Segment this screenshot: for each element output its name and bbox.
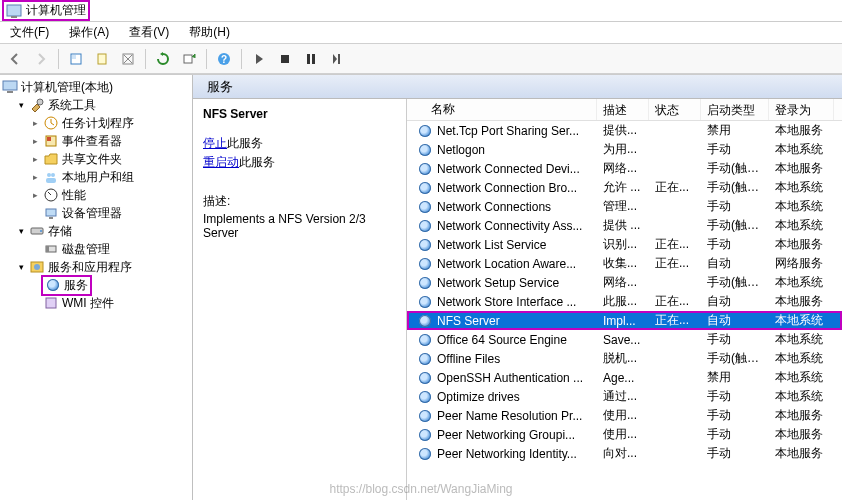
menu-view[interactable]: 查看(V) bbox=[123, 22, 175, 43]
service-row[interactable]: Offline Files脱机...手动(触发...本地系统 bbox=[407, 349, 842, 368]
service-logon: 本地系统 bbox=[769, 216, 834, 235]
services-list[interactable]: 名称 描述 状态 启动类型 登录为 Net.Tcp Port Sharing S… bbox=[407, 99, 842, 500]
users-icon bbox=[43, 169, 59, 185]
svg-rect-6 bbox=[184, 55, 192, 63]
nav-tree[interactable]: 计算机管理(本地) ▾ 系统工具 ▸ 任务计划程序 ▸ 事件查看器 ▸ 共享文件… bbox=[0, 75, 193, 500]
svg-rect-31 bbox=[46, 298, 56, 308]
service-desc: 提供... bbox=[597, 121, 649, 140]
twisty-icon[interactable]: ▸ bbox=[30, 190, 40, 200]
service-desc: 管理... bbox=[597, 197, 649, 216]
separator bbox=[145, 49, 146, 69]
svg-rect-10 bbox=[307, 54, 310, 64]
service-row[interactable]: Network Connection Bro...允许 ...正在...手动(触… bbox=[407, 178, 842, 197]
tree-item-scheduler[interactable]: ▸ 任务计划程序 bbox=[2, 114, 190, 132]
service-row[interactable]: OpenSSH Authentication ...Age...禁用本地系统 bbox=[407, 368, 842, 387]
tree-item-localusers[interactable]: ▸ 本地用户和组 bbox=[2, 168, 190, 186]
services-header-row[interactable]: 名称 描述 状态 启动类型 登录为 bbox=[407, 99, 842, 121]
export-button[interactable] bbox=[178, 48, 200, 70]
service-row[interactable]: Network Connectivity Ass...提供 ...手动(触发..… bbox=[407, 216, 842, 235]
service-logon: 本地系统 bbox=[769, 349, 834, 368]
menu-file[interactable]: 文件(F) bbox=[4, 22, 55, 43]
service-row[interactable]: Network Connected Devi...网络...手动(触发...本地… bbox=[407, 159, 842, 178]
gear-icon bbox=[417, 142, 433, 158]
twisty-icon[interactable]: ▸ bbox=[30, 172, 40, 182]
service-state bbox=[649, 282, 701, 284]
tree-item-wmi[interactable]: WMI 控件 bbox=[2, 294, 190, 312]
service-row[interactable]: Office 64 Source EngineSave...手动本地系统 bbox=[407, 330, 842, 349]
menu-action[interactable]: 操作(A) bbox=[63, 22, 115, 43]
col-header-start[interactable]: 启动类型 bbox=[701, 99, 769, 120]
col-header-desc[interactable]: 描述 bbox=[597, 99, 649, 120]
stop-service-link[interactable]: 停止 bbox=[203, 136, 227, 150]
tree-root[interactable]: 计算机管理(本地) bbox=[2, 78, 190, 96]
tree-item-services[interactable]: 服务 bbox=[2, 276, 190, 294]
twisty-icon[interactable]: ▸ bbox=[30, 136, 40, 146]
tree-section-systools[interactable]: ▾ 系统工具 bbox=[2, 96, 190, 114]
service-name: Network Connection Bro... bbox=[437, 181, 577, 195]
col-header-name[interactable]: 名称 bbox=[407, 99, 597, 120]
tree-item-perf[interactable]: ▸ 性能 bbox=[2, 186, 190, 204]
restart-service-link[interactable]: 重启动 bbox=[203, 155, 239, 169]
forward-button[interactable] bbox=[30, 48, 52, 70]
up-button[interactable] bbox=[65, 48, 87, 70]
service-desc: 识别... bbox=[597, 235, 649, 254]
service-row[interactable]: Network Connections管理...手动本地系统 bbox=[407, 197, 842, 216]
menu-bar: 文件(F) 操作(A) 查看(V) 帮助(H) bbox=[0, 22, 842, 44]
service-row[interactable]: Optimize drives通过...手动本地系统 bbox=[407, 387, 842, 406]
service-start: 禁用 bbox=[701, 368, 769, 387]
service-row[interactable]: Network List Service识别...正在...手动本地服务 bbox=[407, 235, 842, 254]
stop-button[interactable] bbox=[274, 48, 296, 70]
service-logon: 本地系统 bbox=[769, 197, 834, 216]
tree-item-eventviewer[interactable]: ▸ 事件查看器 bbox=[2, 132, 190, 150]
app-icon bbox=[6, 3, 22, 19]
help-button[interactable]: ? bbox=[213, 48, 235, 70]
tree-item-diskmgr[interactable]: 磁盘管理 bbox=[2, 240, 190, 258]
tree-section-storage[interactable]: ▾ 存储 bbox=[2, 222, 190, 240]
restart-button[interactable] bbox=[326, 48, 348, 70]
service-row[interactable]: Net.Tcp Port Sharing Ser...提供...禁用本地服务 bbox=[407, 121, 842, 140]
refresh-button[interactable] bbox=[152, 48, 174, 70]
service-row[interactable]: NFS ServerImpl...正在...自动本地系统 bbox=[407, 311, 842, 330]
twisty-icon[interactable]: ▸ bbox=[30, 118, 40, 128]
service-name: NFS Server bbox=[437, 314, 500, 328]
play-button[interactable] bbox=[248, 48, 270, 70]
svg-rect-3 bbox=[72, 55, 76, 59]
svg-rect-28 bbox=[46, 246, 49, 252]
service-start: 手动 bbox=[701, 235, 769, 254]
service-row[interactable]: Peer Name Resolution Pr...使用...手动本地服务 bbox=[407, 406, 842, 425]
menu-help[interactable]: 帮助(H) bbox=[183, 22, 236, 43]
service-desc: 向对... bbox=[597, 444, 649, 463]
twisty-icon[interactable]: ▸ bbox=[30, 154, 40, 164]
service-name: Network Store Interface ... bbox=[437, 295, 576, 309]
service-row[interactable]: Peer Networking Groupi...使用...手动本地服务 bbox=[407, 425, 842, 444]
service-row[interactable]: Network Location Aware...收集...正在...自动网络服… bbox=[407, 254, 842, 273]
col-header-state[interactable]: 状态 bbox=[649, 99, 701, 120]
service-row[interactable]: Network Setup Service网络...手动(触发...本地系统 bbox=[407, 273, 842, 292]
service-row[interactable]: Peer Networking Identity...向对...手动本地服务 bbox=[407, 444, 842, 463]
tree-item-sharedfolders[interactable]: ▸ 共享文件夹 bbox=[2, 150, 190, 168]
twisty-icon[interactable]: ▾ bbox=[16, 226, 26, 236]
twisty-icon[interactable]: ▾ bbox=[16, 262, 26, 272]
service-start: 手动 bbox=[701, 444, 769, 463]
svg-rect-11 bbox=[312, 54, 315, 64]
service-row[interactable]: Netlogon为用...手动本地系统 bbox=[407, 140, 842, 159]
service-logon: 本地系统 bbox=[769, 140, 834, 159]
service-desc: 使用... bbox=[597, 425, 649, 444]
gear-icon bbox=[417, 237, 433, 253]
service-start: 自动 bbox=[701, 311, 769, 330]
service-name: Network Connected Devi... bbox=[437, 162, 580, 176]
col-header-logon[interactable]: 登录为 bbox=[769, 99, 834, 120]
separator bbox=[241, 49, 242, 69]
delete-button[interactable] bbox=[117, 48, 139, 70]
back-button[interactable] bbox=[4, 48, 26, 70]
service-logon: 本地服务 bbox=[769, 159, 834, 178]
properties-button[interactable] bbox=[91, 48, 113, 70]
service-logon: 本地服务 bbox=[769, 292, 834, 311]
service-state bbox=[649, 168, 701, 170]
service-logon: 本地系统 bbox=[769, 368, 834, 387]
twisty-icon[interactable]: ▾ bbox=[16, 100, 26, 110]
tree-item-devmgr[interactable]: 设备管理器 bbox=[2, 204, 190, 222]
pause-button[interactable] bbox=[300, 48, 322, 70]
tree-section-services-apps[interactable]: ▾ 服务和应用程序 bbox=[2, 258, 190, 276]
service-row[interactable]: Network Store Interface ...此服...正在...自动本… bbox=[407, 292, 842, 311]
